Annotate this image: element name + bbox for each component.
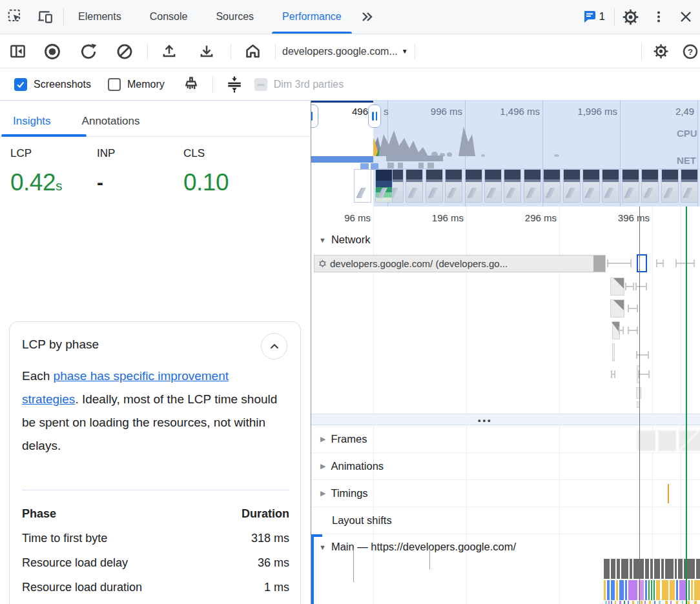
task-bar[interactable] [696, 559, 700, 579]
activity-bar[interactable] [654, 580, 655, 600]
activity-bar[interactable] [611, 580, 615, 600]
home-icon[interactable] [243, 42, 262, 61]
inspect-element-icon[interactable] [6, 8, 25, 26]
inp-value[interactable]: - [97, 172, 115, 194]
activity-bar[interactable] [648, 580, 650, 600]
activity-bar[interactable] [676, 580, 678, 600]
help-icon[interactable]: ? [681, 42, 700, 61]
film-thumb-color[interactable] [375, 169, 393, 203]
film-thumb[interactable] [484, 169, 502, 203]
target-page-selector[interactable]: developers.google.com... ▼ [276, 46, 415, 57]
task-bar[interactable] [678, 559, 683, 579]
film-thumb[interactable] [406, 169, 423, 203]
collapse-card-button[interactable] [261, 333, 287, 359]
activity-bar[interactable] [625, 580, 627, 600]
activity-bar[interactable] [662, 580, 668, 600]
selected-request-outline[interactable] [637, 254, 647, 272]
issues-message-icon[interactable]: 1 [583, 8, 605, 26]
film-thumb[interactable] [563, 169, 581, 203]
film-thumb[interactable] [681, 169, 698, 203]
activity-bar[interactable] [691, 580, 693, 600]
task-bar[interactable] [687, 559, 695, 579]
cls-value[interactable]: 0.10 [183, 169, 229, 196]
track-resize-splitter[interactable]: ••• [311, 414, 700, 425]
task-bar[interactable] [630, 559, 632, 579]
timeline-overview[interactable]: 496 s 996 ms 1,496 ms 1,996 ms 2,49 CPU … [311, 101, 700, 206]
film-thumb[interactable] [465, 169, 482, 203]
frame-thumb[interactable] [678, 430, 700, 452]
network-track-header[interactable]: ▼ Network [319, 234, 370, 246]
task-bar[interactable] [665, 559, 674, 579]
screenshots-checkbox[interactable] [14, 78, 27, 91]
collapse-tracks-icon[interactable] [225, 75, 244, 94]
selection-handle-right[interactable] [368, 105, 381, 128]
settings-gear-icon[interactable] [621, 8, 639, 26]
activity-bar[interactable] [616, 580, 618, 600]
track-layout-shifts[interactable]: Layout shifts [311, 507, 700, 534]
timing-marker[interactable] [668, 484, 669, 503]
memory-checkbox[interactable] [108, 78, 121, 91]
activity-bar[interactable] [628, 580, 637, 600]
task-bar[interactable] [675, 559, 677, 579]
activity-bar[interactable] [619, 580, 624, 600]
device-toolbar-icon[interactable] [36, 8, 54, 26]
activity-bar[interactable] [656, 580, 660, 600]
tab-insights[interactable]: Insights [0, 106, 64, 136]
task-bar[interactable] [611, 559, 615, 579]
record-icon[interactable] [43, 42, 62, 61]
network-request-bar[interactable] [636, 387, 641, 399]
activity-bar[interactable] [651, 580, 652, 600]
network-request-bar[interactable] [610, 277, 624, 296]
film-thumb[interactable] [504, 169, 521, 203]
track-timings[interactable]: ▶ Timings [311, 480, 700, 507]
film-thumb[interactable] [602, 169, 619, 203]
more-tabs-icon[interactable] [358, 8, 376, 26]
tab-performance[interactable]: Performance [268, 0, 356, 34]
reload-record-icon[interactable] [79, 42, 98, 61]
track-animations[interactable]: ▶ Animations [311, 453, 700, 480]
garbage-collect-brush-icon[interactable] [181, 75, 201, 94]
capture-settings-gear-icon[interactable] [651, 42, 670, 61]
film-thumb[interactable] [622, 169, 639, 203]
task-bar[interactable] [617, 559, 620, 579]
film-thumb[interactable] [641, 169, 659, 203]
task-bar[interactable] [654, 559, 660, 579]
close-icon[interactable] [677, 8, 695, 26]
selection-handle-left[interactable] [311, 105, 318, 128]
task-bar[interactable] [650, 559, 653, 579]
dim-third-parties-checkbox[interactable] [254, 78, 267, 91]
film-thumb[interactable] [582, 169, 600, 203]
film-thumb[interactable] [661, 169, 679, 203]
film-thumb[interactable] [445, 169, 462, 203]
task-bar[interactable] [661, 559, 664, 579]
tab-annotations[interactable]: Annotations [69, 106, 153, 136]
upload-profile-icon[interactable] [160, 42, 179, 61]
toggle-sidebar-icon[interactable] [8, 42, 27, 61]
tab-sources[interactable]: Sources [201, 0, 268, 34]
film-thumb-blank[interactable] [354, 169, 371, 203]
task-bar[interactable] [621, 559, 628, 579]
network-request-bar[interactable]: developers.google.com/ (developers.go... [314, 255, 606, 272]
frame-thumb[interactable] [657, 430, 677, 452]
activity-bar[interactable] [604, 580, 606, 600]
task-bar[interactable] [633, 559, 644, 579]
tab-console[interactable]: Console [136, 0, 202, 34]
film-thumb[interactable] [543, 169, 561, 203]
lcp-value[interactable]: 0.42s [10, 169, 62, 196]
tab-elements[interactable]: Elements [64, 0, 136, 34]
film-thumb[interactable] [524, 169, 541, 203]
kebab-menu-icon[interactable] [650, 8, 668, 26]
network-request-bar[interactable] [610, 299, 624, 317]
task-bar[interactable] [645, 559, 649, 579]
download-profile-icon[interactable] [197, 42, 216, 61]
clear-icon[interactable] [115, 42, 134, 61]
track-main-header[interactable]: ▼ Main — https://developers.google.com/ [319, 541, 516, 553]
activity-bar[interactable] [670, 580, 675, 600]
activity-bar[interactable] [688, 580, 690, 600]
activity-bar[interactable] [645, 580, 647, 600]
task-bar[interactable] [604, 559, 610, 579]
film-thumb[interactable] [426, 169, 443, 203]
activity-bar[interactable] [607, 580, 610, 600]
activity-bar[interactable] [694, 580, 700, 600]
network-request-bar[interactable] [612, 343, 615, 361]
